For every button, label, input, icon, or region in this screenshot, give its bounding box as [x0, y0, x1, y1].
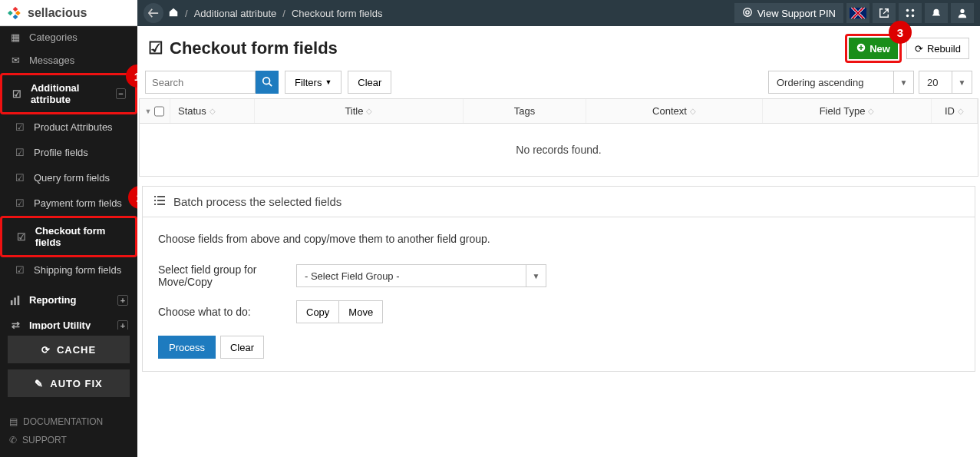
select-all-checkbox[interactable] [154, 106, 164, 117]
table-empty-state: No records found. [140, 124, 978, 176]
support-link[interactable]: ✆ SUPPORT [9, 431, 128, 449]
field-group-row: Select field group for Move/Copy - Selec… [158, 263, 959, 288]
clear-button[interactable]: Clear [348, 71, 391, 94]
language-flag-button[interactable] [846, 3, 869, 23]
main-content: / Additional attribute / Checkout form f… [137, 0, 980, 457]
back-button[interactable] [144, 3, 163, 23]
notifications-button[interactable] [925, 3, 948, 23]
sidebar-item-checkout-form-fields[interactable]: ☑ Checkout form fields [0, 216, 137, 257]
col-tags: Tags [464, 99, 586, 123]
sidebar-item-query-form-fields[interactable]: ☑ Query form fields [0, 165, 137, 190]
sort-icon: ◇ [690, 107, 696, 115]
col-id[interactable]: ID ◇ [932, 99, 978, 123]
svg-rect-16 [154, 200, 156, 201]
sidebar-item-reporting[interactable]: Reporting + [0, 287, 137, 313]
page-actions: New 3 ⟳ Rebuild [845, 34, 969, 63]
link-label: DOCUMENTATION [23, 416, 103, 427]
breadcrumb-item[interactable]: Additional attribute [194, 8, 277, 19]
rebuild-button[interactable]: ⟳ Rebuild [906, 38, 969, 59]
move-button[interactable]: Move [339, 300, 383, 323]
documentation-link[interactable]: ▤ DOCUMENTATION [9, 412, 128, 431]
button-label: Filters [295, 77, 322, 88]
sidebar-footer-links: ▤ DOCUMENTATION ✆ SUPPORT [0, 409, 137, 457]
book-icon: ▤ [9, 416, 18, 427]
svg-rect-19 [157, 204, 165, 205]
wand-icon: ✎ [35, 378, 44, 389]
brand-name: sellacious [28, 6, 87, 20]
title-text: Checkout form fields [170, 38, 338, 58]
svg-point-10 [912, 15, 915, 18]
chevron-down-icon[interactable]: ▼ [894, 71, 914, 94]
button-label: View Support PIN [757, 8, 836, 19]
sidebar-item-label: Product Attributes [34, 121, 113, 133]
sidebar-item-messages[interactable]: ✉ Messages [0, 48, 137, 73]
col-status[interactable]: Status ◇ [170, 99, 255, 123]
chevron-down-icon[interactable]: ▼ [526, 264, 546, 287]
breadcrumb-sep: / [282, 8, 285, 19]
svg-point-5 [743, 8, 751, 16]
sidebar-item-payment-form-fields[interactable]: ☑ Payment form fields 2 [0, 190, 137, 216]
col-label: Field Type [820, 105, 866, 117]
page-title: ☑ Checkout form fields [148, 38, 338, 58]
col-label: Tags [514, 105, 535, 117]
svg-point-13 [263, 77, 270, 84]
col-title[interactable]: Title ◇ [255, 99, 464, 123]
joomla-button[interactable] [899, 3, 922, 23]
sidebar-item-label: Categories [29, 31, 78, 43]
external-link-button[interactable] [873, 3, 896, 23]
new-button[interactable]: New [849, 38, 898, 59]
batch-panel: Batch process the selected fields Choose… [142, 186, 975, 372]
check-icon: ☑ [16, 231, 28, 243]
collapse-icon[interactable]: − [116, 88, 126, 99]
field-group-select[interactable]: - Select Field Group - ▼ [296, 264, 546, 287]
col-label: ID [945, 105, 955, 117]
breadcrumb-item[interactable]: Checkout form fields [292, 8, 383, 19]
expand-icon[interactable]: + [117, 295, 128, 306]
view-support-pin-button[interactable]: View Support PIN [734, 3, 843, 23]
button-label: Rebuild [927, 43, 961, 55]
sidebar-item-label: Shipping form fields [34, 264, 121, 276]
action-label: Choose what to do: [158, 306, 296, 318]
sidebar-item-profile-fields[interactable]: ☑ Profile fields [0, 140, 137, 165]
col-label: Status [178, 105, 206, 117]
chevron-down-icon[interactable]: ▼ [145, 108, 152, 115]
pagesize-select[interactable]: 20 ▼ [919, 71, 972, 94]
filter-bar: Filters ▼ Clear Ordering ascending ▼ 20 … [137, 66, 980, 98]
svg-rect-2 [18, 295, 20, 304]
brand-logo[interactable]: sellacious [0, 0, 137, 26]
search-input[interactable] [145, 71, 256, 94]
sidebar-item-label: Profile fields [34, 147, 88, 158]
button-label: Process [169, 342, 205, 353]
sidebar-item-additional-attribute[interactable]: ☑ Additional attribute − 1 [0, 73, 137, 114]
transfer-icon: ⇄ [9, 320, 21, 330]
grid-icon: ▦ [9, 31, 21, 43]
svg-point-6 [745, 10, 748, 13]
sidebar-nav: ▦ Categories ✉ Messages ☑ Additional att… [0, 26, 137, 330]
copy-button[interactable]: Copy [296, 300, 339, 323]
cache-button[interactable]: ⟳ CACHE [8, 336, 130, 363]
caret-down-icon: ▼ [325, 78, 332, 86]
sidebar-item-categories[interactable]: ▦ Categories [0, 26, 137, 48]
filters-button[interactable]: Filters ▼ [285, 71, 342, 94]
check-icon: ☑ [14, 197, 26, 209]
user-menu-button[interactable] [951, 3, 974, 23]
col-context[interactable]: Context ◇ [586, 99, 763, 123]
check-icon: ☑ [14, 264, 26, 276]
sidebar-item-product-attributes[interactable]: ☑ Product Attributes [0, 114, 137, 140]
sidebar-item-label: Additional attribute [31, 82, 116, 105]
expand-icon[interactable]: + [117, 320, 128, 330]
ordering-select[interactable]: Ordering ascending ▼ [768, 71, 914, 94]
col-field-type[interactable]: Field Type ◇ [763, 99, 932, 123]
chevron-down-icon[interactable]: ▼ [952, 71, 972, 94]
select-value: Ordering ascending [768, 71, 894, 94]
sidebar-item-import-utility[interactable]: ⇄ Import Utility + [0, 313, 137, 330]
svg-point-8 [912, 9, 915, 12]
sidebar-item-shipping-form-fields[interactable]: ☑ Shipping form fields [0, 257, 137, 283]
button-label: Clear [358, 77, 381, 88]
home-icon[interactable] [168, 7, 179, 20]
process-button[interactable]: Process [158, 336, 216, 359]
search-button[interactable] [256, 71, 279, 94]
autofix-button[interactable]: ✎ AUTO FIX [8, 369, 130, 397]
page-header: ☑ Checkout form fields New 3 ⟳ Rebuild [137, 26, 980, 66]
batch-clear-button[interactable]: Clear [220, 336, 264, 359]
